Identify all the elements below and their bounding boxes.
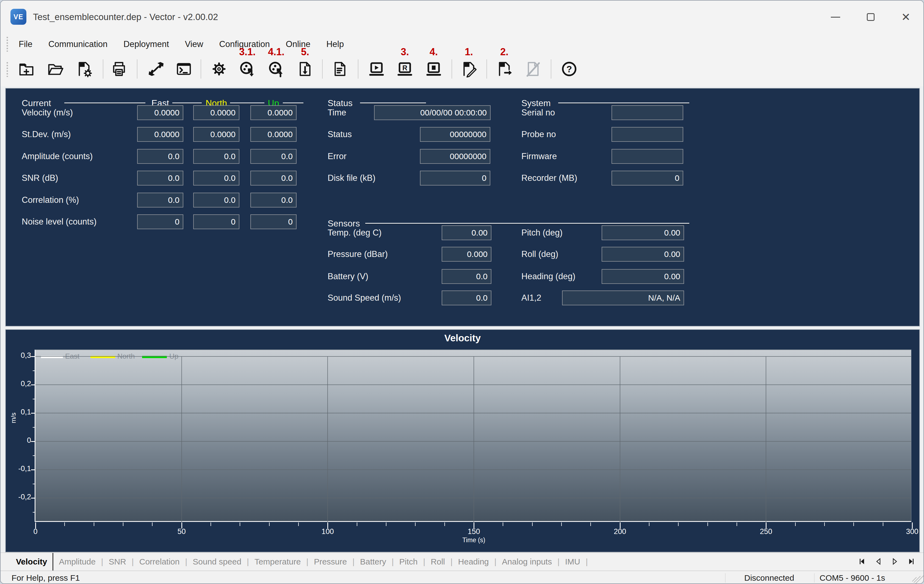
x-minor-tick bbox=[503, 523, 503, 526]
y-tick-label: -0,2 bbox=[8, 493, 31, 501]
menu-view[interactable]: View bbox=[177, 39, 211, 49]
annotation-download-configuration: 3.1. bbox=[239, 46, 256, 58]
field-label: Battery (V) bbox=[328, 269, 368, 284]
minimize-button[interactable] bbox=[818, 0, 853, 33]
system-section: System Serial noProbe noFirmwareRecorder… bbox=[521, 97, 689, 109]
help-button[interactable]: ? bbox=[558, 57, 581, 81]
tab-divider: | bbox=[306, 557, 309, 566]
value-field: 0 bbox=[193, 214, 239, 229]
value-field: 0.00 bbox=[602, 225, 684, 240]
download-configuration-button[interactable]: 3.1. bbox=[236, 57, 259, 81]
menu-communication[interactable]: Communication bbox=[40, 39, 116, 49]
tab-pressure[interactable]: Pressure bbox=[309, 557, 352, 566]
menu-file[interactable]: File bbox=[11, 39, 40, 49]
statusbar-divider bbox=[725, 573, 726, 582]
reel-upload-icon bbox=[268, 61, 285, 78]
terminal-button[interactable] bbox=[172, 57, 196, 81]
tab-analog-inputs[interactable]: Analog inputs bbox=[497, 557, 558, 566]
y-minor-tick bbox=[33, 370, 35, 371]
x-minor-tick bbox=[649, 523, 649, 526]
x-minor-tick bbox=[357, 523, 357, 526]
field-label: Error bbox=[328, 149, 346, 164]
new-deployment-button[interactable] bbox=[15, 57, 38, 81]
previous-ensemble-icon[interactable] bbox=[874, 557, 883, 566]
field-row: Status00000000 bbox=[328, 127, 490, 142]
x-minor-tick bbox=[561, 523, 562, 526]
field-row: Noise level (counts)000 bbox=[22, 214, 304, 229]
divider bbox=[283, 102, 304, 103]
tab-snr[interactable]: SNR bbox=[103, 557, 132, 566]
first-ensemble-icon[interactable] bbox=[858, 557, 866, 566]
start-measurement-button[interactable] bbox=[365, 57, 388, 81]
export-data-button[interactable]: 2. bbox=[493, 57, 516, 81]
menu-help[interactable]: Help bbox=[318, 39, 352, 49]
statusbar-divider bbox=[814, 573, 815, 582]
toolbar-separator bbox=[322, 59, 323, 79]
open-deployment-button[interactable] bbox=[43, 57, 67, 81]
tab-temperature[interactable]: Temperature bbox=[249, 557, 306, 566]
field-label: Velocity (m/s) bbox=[22, 105, 73, 120]
toolbar-separator bbox=[452, 59, 452, 79]
file-disabled-icon bbox=[525, 61, 542, 78]
maximize-button[interactable] bbox=[853, 0, 888, 33]
annotation-stop-measurement: 4. bbox=[429, 46, 438, 58]
x-minor-tick bbox=[123, 523, 124, 526]
tab-divider: | bbox=[185, 557, 187, 566]
save-deployment-settings-button[interactable] bbox=[72, 57, 96, 81]
tab-imu[interactable]: IMU bbox=[559, 557, 586, 566]
edit-deployment-button[interactable]: 1. bbox=[457, 57, 481, 81]
value-field: 0.0 bbox=[193, 149, 239, 164]
tab-velocity[interactable]: Velocity bbox=[10, 557, 53, 566]
y-tick bbox=[31, 498, 35, 498]
print-button[interactable] bbox=[107, 57, 131, 81]
annotation-edit-deployment: 1. bbox=[465, 46, 473, 58]
field-label: Disk file (kB) bbox=[328, 171, 375, 185]
status-bar: For Help, press F1 Disconnected COM5 - 9… bbox=[0, 571, 924, 584]
tab-battery[interactable]: Battery bbox=[355, 557, 392, 566]
x-minor-tick bbox=[853, 523, 854, 526]
tab-roll[interactable]: Roll bbox=[425, 557, 450, 566]
app-window: VE Test_ensemblecounter.dep - Vector - v… bbox=[0, 0, 924, 584]
close-button[interactable]: ✕ bbox=[888, 0, 924, 33]
field-label: Pitch (deg) bbox=[521, 225, 563, 240]
gridline-h bbox=[35, 469, 911, 470]
tab-amplitude[interactable]: Amplitude bbox=[53, 557, 101, 566]
tab-heading[interactable]: Heading bbox=[453, 557, 495, 566]
deployment-log-button[interactable] bbox=[328, 57, 352, 81]
tab-divider: | bbox=[132, 557, 134, 566]
title-bar: VE Test_ensemblecounter.dep - Vector - v… bbox=[0, 0, 924, 33]
value-field: 0.0 bbox=[442, 269, 492, 284]
connect-button[interactable] bbox=[144, 57, 168, 81]
file-download-icon bbox=[297, 61, 314, 78]
gridline-h bbox=[35, 498, 911, 498]
x-minor-tick bbox=[211, 523, 211, 526]
field-label: Probe no bbox=[521, 127, 556, 142]
upload-configuration-button[interactable]: 4.1. bbox=[264, 57, 288, 81]
next-ensemble-icon[interactable] bbox=[891, 557, 899, 566]
y-minor-tick bbox=[33, 512, 35, 513]
tab-correlation[interactable]: Correlation bbox=[134, 557, 185, 566]
y-tick bbox=[31, 469, 35, 470]
resize-grip[interactable] bbox=[911, 572, 922, 584]
field-row: Firmware bbox=[521, 149, 689, 164]
tab-pitch[interactable]: Pitch bbox=[394, 557, 423, 566]
value-field: 0.0000 bbox=[137, 105, 183, 120]
gear-icon bbox=[211, 61, 228, 78]
value-field: 0.00 bbox=[602, 269, 684, 284]
start-with-recorder-button[interactable]: R 3. bbox=[393, 57, 417, 81]
download-file-button[interactable]: 5. bbox=[293, 57, 317, 81]
field-label: Roll (deg) bbox=[521, 247, 558, 262]
last-ensemble-icon[interactable] bbox=[907, 557, 916, 566]
status-section: Status Time00/00/00 00:00:00Status000000… bbox=[328, 97, 490, 109]
stop-measurement-button[interactable]: 4. bbox=[422, 57, 446, 81]
field-row: Disk file (kB)0 bbox=[328, 171, 490, 185]
divider bbox=[64, 102, 145, 103]
gridline-h bbox=[35, 441, 911, 442]
tab-sound-speed[interactable]: Sound speed bbox=[187, 557, 247, 566]
field-label: AI1,2 bbox=[521, 290, 541, 305]
menu-deployment[interactable]: Deployment bbox=[116, 39, 177, 49]
field-label: Pressure (dBar) bbox=[328, 247, 388, 262]
field-row: Error00000000 bbox=[328, 149, 490, 164]
divider bbox=[365, 223, 689, 224]
configuration-button[interactable] bbox=[207, 57, 231, 81]
